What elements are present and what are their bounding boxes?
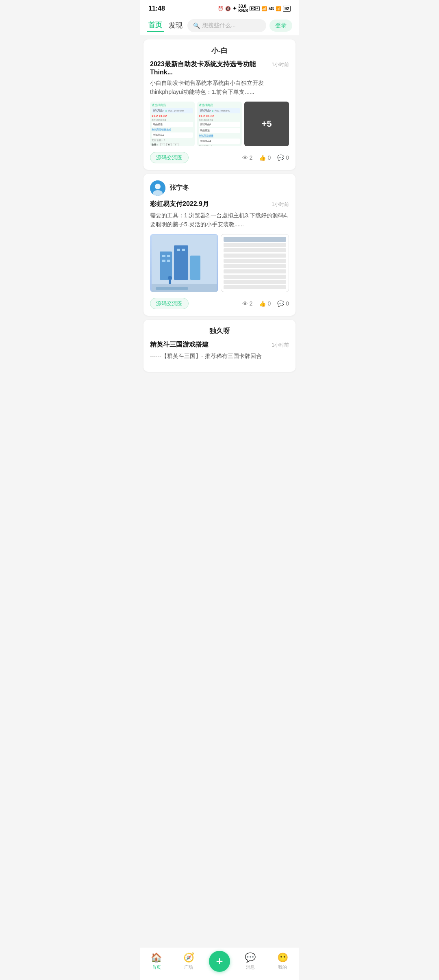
svg-rect-12 — [182, 249, 185, 251]
login-button[interactable]: 登录 — [269, 20, 292, 32]
signal-bars: 📶 — [276, 6, 281, 11]
view-icon-2: 👁 — [242, 300, 248, 307]
nav-tab-home[interactable]: 首页 — [147, 19, 164, 32]
post-time-2: 1小时前 — [272, 201, 289, 208]
post-image-2-1 — [150, 234, 218, 292]
post-image-1-1: 请选择商品 测试商品1 ● 商品二(白嫖活动) ¥1.2 ¥1.82 库存:35… — [150, 102, 195, 146]
wifi-icon: 📶 — [261, 6, 267, 11]
post-image-1-3: +5 — [244, 102, 289, 146]
post-images-2 — [150, 234, 289, 292]
svg-point-1 — [155, 184, 161, 189]
svg-rect-6 — [190, 256, 200, 280]
avatar-2 — [150, 180, 165, 196]
mute-icon: 🔇 — [225, 6, 231, 11]
post-card-1: 小-白 2023最新自助发卡系统支持选号功能Think... 1小时前 小白自助… — [143, 39, 296, 170]
tag-button-2[interactable]: 源码交流圈 — [150, 298, 189, 309]
post-title-2[interactable]: 彩虹易支付2022.9月 — [150, 200, 268, 208]
search-placeholder: 想搜些什么... — [202, 22, 236, 29]
view-count-2: 👁 2 — [242, 300, 253, 307]
author-name-2: 张宁冬 — [170, 184, 189, 192]
stats-row-2: 源码交流圈 👁 2 👍 0 💬 0 — [150, 298, 289, 309]
comment-count-2[interactable]: 💬 0 — [277, 300, 289, 307]
view-count-1: 👁 2 — [242, 154, 253, 161]
post-time-1: 1小时前 — [272, 61, 289, 68]
like-icon-2: 👍 — [259, 300, 266, 307]
status-time: 11:48 — [148, 5, 165, 12]
battery-icon: 92 — [283, 6, 291, 12]
svg-rect-9 — [162, 260, 165, 262]
like-count-2[interactable]: 👍 0 — [259, 300, 271, 307]
tag-button-1[interactable]: 源码交流圈 — [150, 152, 189, 163]
post-card-2: 张宁冬 彩虹易支付2022.9月 1小时前 需要的工具：1.浏览器2.一台虚拟主… — [143, 174, 296, 316]
nav-bar: 首页 发现 🔍 想搜些什么... 登录 — [140, 15, 299, 35]
network-speed: 33.0KB/S — [238, 4, 248, 13]
view-icon-1: 👁 — [242, 154, 248, 161]
like-count-1[interactable]: 👍 0 — [259, 154, 271, 161]
post-time-3: 1小时前 — [272, 342, 289, 349]
svg-rect-16 — [156, 287, 188, 290]
comment-icon-1: 💬 — [277, 154, 284, 161]
comment-count-1[interactable]: 💬 0 — [277, 154, 289, 161]
search-icon: 🔍 — [193, 22, 200, 29]
post-content-1: 小白自助发卡销售系统本系统由小白独立开发thinkphplayui功能特色：1.… — [150, 78, 289, 97]
svg-rect-11 — [177, 249, 180, 251]
post-title-row-1: 2023最新自助发卡系统支持选号功能Think... 1小时前 — [150, 60, 289, 76]
post-title-1[interactable]: 2023最新自助发卡系统支持选号功能Think... — [150, 60, 268, 76]
status-icons: ⏰ 🔇 ✦ 33.0KB/S HD+ 📶 5G 📶 92 — [218, 4, 291, 13]
more-images-overlay: +5 — [244, 102, 289, 146]
post-content-3: ------【群英斗三国】- 推荐稀有三国卡牌回合 — [150, 351, 289, 360]
bluetooth-icon: ✦ — [233, 6, 237, 11]
nav-tab-discover[interactable]: 发现 — [167, 19, 184, 32]
feed: 小-白 2023最新自助发卡系统支持选号功能Think... 1小时前 小白自助… — [140, 35, 299, 412]
svg-rect-14 — [169, 280, 171, 284]
alarm-icon: ⏰ — [218, 6, 224, 11]
author-name-1: 小-白 — [150, 46, 289, 55]
svg-rect-8 — [167, 255, 170, 257]
hd-badge: HD+ — [250, 6, 259, 11]
stats-row-1: 源码交流圈 👁 2 👍 0 💬 0 — [150, 152, 289, 163]
signal-5g: 5G — [269, 7, 274, 11]
author-name-3: 独久呀 — [150, 326, 289, 336]
post-image-2-2 — [221, 234, 289, 292]
svg-rect-10 — [167, 260, 170, 262]
search-bar[interactable]: 🔍 想搜些什么... — [187, 19, 266, 32]
like-icon-1: 👍 — [259, 154, 266, 161]
svg-rect-5 — [174, 245, 188, 280]
comment-icon-2: 💬 — [277, 300, 284, 307]
post-title-row-3: 精英斗三国游戏搭建 1小时前 — [150, 340, 289, 349]
svg-point-13 — [168, 276, 172, 280]
post-title-3[interactable]: 精英斗三国游戏搭建 — [150, 340, 268, 349]
post-content-2: 需要的工具：1.浏览器2.一台虚拟主机3.下载好的源码4.要聪明的脑子5.灵活的… — [150, 211, 289, 229]
post-card-3: 独久呀 精英斗三国游戏搭建 1小时前 ------【群英斗三国】- 推荐稀有三国… — [143, 320, 296, 372]
post-image-1-2: 请选择商品 测试商品1 ● 商品二(白嫖活动) ¥1.2 ¥1.82 库存:35… — [197, 102, 242, 146]
author-row-2: 张宁冬 — [150, 180, 289, 196]
post-images-1: 请选择商品 测试商品1 ● 商品二(白嫖活动) ¥1.2 ¥1.82 库存:35… — [150, 102, 289, 146]
status-bar: 11:48 ⏰ 🔇 ✦ 33.0KB/S HD+ 📶 5G 📶 92 — [140, 0, 299, 15]
post-title-row-2: 彩虹易支付2022.9月 1小时前 — [150, 200, 289, 208]
svg-rect-7 — [162, 255, 165, 257]
